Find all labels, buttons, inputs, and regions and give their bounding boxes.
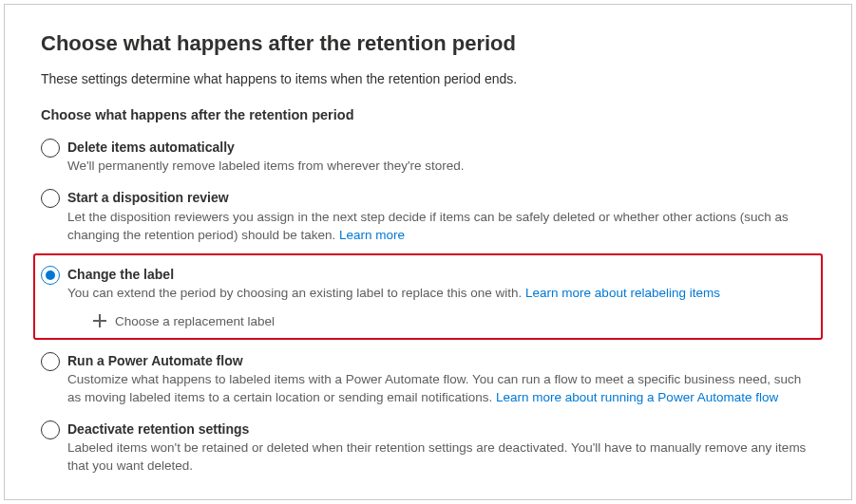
option-change-desc: You can extend the period by choosing an… <box>67 286 525 300</box>
option-delete-title: Delete items automatically <box>67 138 815 157</box>
radio-flow[interactable] <box>41 352 60 371</box>
choose-replacement-label-button[interactable]: Choose a replacement label <box>92 313 815 328</box>
option-flow-title: Run a Power Automate flow <box>67 351 815 370</box>
page-title: Choose what happens after the retention … <box>41 31 815 56</box>
option-change[interactable]: Change the label You can extend the peri… <box>41 261 815 306</box>
option-deactivate-title: Deactivate retention settings <box>67 420 815 439</box>
option-flow-desc-row: Customize what happens to labeled items … <box>67 370 815 406</box>
retention-settings-panel: Choose what happens after the retention … <box>4 4 852 500</box>
review-learn-more-link[interactable]: Learn more <box>339 228 405 242</box>
flow-learn-more-link[interactable]: Learn more about running a Power Automat… <box>496 390 778 404</box>
radio-delete[interactable] <box>41 139 60 158</box>
page-intro: These settings determine what happens to… <box>41 71 815 86</box>
radio-review[interactable] <box>41 189 60 208</box>
option-change-desc-row: You can extend the period by choosing an… <box>67 284 815 302</box>
option-review-desc: Let the disposition reviewers you assign… <box>67 210 789 242</box>
option-change-highlight: Change the label You can extend the peri… <box>33 253 823 340</box>
option-deactivate[interactable]: Deactivate retention settings Labeled it… <box>41 416 815 484</box>
option-deactivate-desc: Labeled items won't be retained or delet… <box>67 439 815 475</box>
option-delete[interactable]: Delete items automatically We'll permane… <box>41 134 815 184</box>
plus-icon <box>92 313 107 328</box>
section-heading: Choose what happens after the retention … <box>41 107 815 122</box>
option-review-desc-row: Let the disposition reviewers you assign… <box>41 208 815 244</box>
option-delete-desc: We'll permanently remove labeled items f… <box>67 157 815 175</box>
radio-change[interactable] <box>41 266 60 285</box>
option-change-title: Change the label <box>67 265 815 284</box>
radio-deactivate[interactable] <box>41 420 60 439</box>
choose-replacement-label-text: Choose a replacement label <box>115 314 275 328</box>
option-flow[interactable]: Run a Power Automate flow Customize what… <box>41 347 815 416</box>
option-review-title: Start a disposition review <box>67 188 815 207</box>
change-learn-more-link[interactable]: Learn more about relabeling items <box>525 286 720 300</box>
